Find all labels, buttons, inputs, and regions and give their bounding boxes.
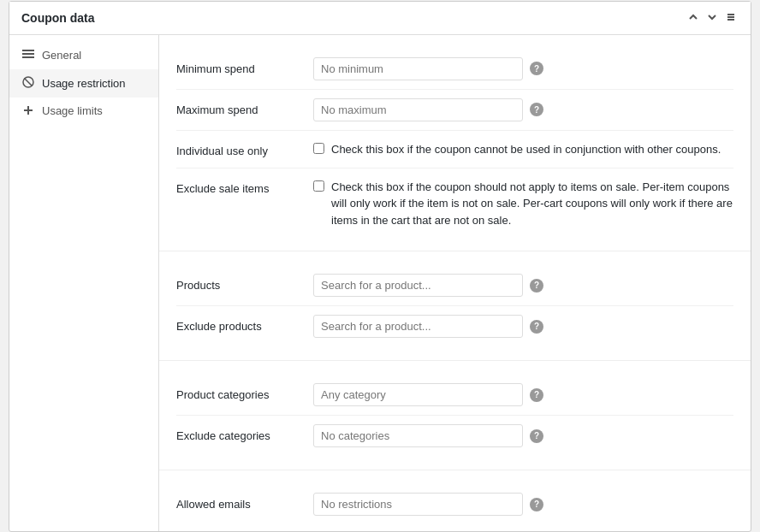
spend-section: Minimum spend ? Maximum spend ? (159, 35, 751, 252)
products-help[interactable]: ? (530, 279, 543, 293)
emails-section: Allowed emails ? (159, 470, 751, 531)
sidebar-item-usage-restriction-label: Usage restriction (42, 77, 126, 90)
minimum-spend-input[interactable] (313, 57, 523, 80)
minimum-spend-row: Minimum spend ? (176, 49, 733, 89)
individual-use-label: Individual use only (176, 139, 313, 157)
exclude-sale-checkbox-row: Check this box if the coupon should not … (313, 177, 733, 229)
sidebar-item-usage-limits-label: Usage limits (42, 104, 103, 117)
minimum-spend-help[interactable]: ? (530, 62, 543, 75)
categories-section: Product categories ? Exclude categories … (159, 361, 751, 470)
exclude-sale-row: Exclude sale items Check this box if the… (176, 168, 733, 238)
individual-use-field: Check this box if the coupon cannot be u… (313, 139, 733, 158)
product-categories-label: Product categories (176, 383, 313, 401)
maximum-spend-field: ? (313, 98, 733, 121)
sidebar: General Usage restriction (9, 35, 159, 531)
minimum-spend-field: ? (313, 57, 733, 80)
exclude-categories-field: ? (313, 424, 733, 447)
panel-controls (686, 10, 739, 26)
individual-use-checkbox[interactable] (313, 143, 324, 154)
individual-use-row: Individual use only Check this box if th… (176, 130, 733, 168)
exclude-sale-label: Exclude sale items (176, 177, 313, 195)
products-input[interactable] (313, 274, 523, 297)
allowed-emails-label: Allowed emails (176, 493, 313, 511)
svg-line-4 (25, 78, 33, 86)
sidebar-item-usage-limits[interactable]: Usage limits (9, 98, 158, 125)
allowed-emails-row: Allowed emails ? (176, 484, 733, 524)
exclude-products-row: Exclude products ? (176, 305, 733, 346)
restriction-icon (21, 76, 35, 91)
panel-title: Coupon data (21, 11, 95, 25)
sidebar-item-general[interactable]: General (9, 42, 158, 69)
svg-rect-2 (22, 56, 34, 58)
coupon-panel: Coupon data (9, 1, 751, 532)
exclude-sale-field: Check this box if the coupon should not … (313, 177, 733, 229)
panel-header: Coupon data (9, 2, 751, 35)
maximum-spend-input[interactable] (313, 98, 523, 121)
collapse-up-button[interactable] (686, 10, 701, 26)
svg-rect-1 (22, 53, 34, 55)
svg-rect-0 (22, 50, 34, 51)
product-categories-input[interactable] (313, 383, 523, 406)
exclude-categories-help[interactable]: ? (530, 429, 543, 443)
exclude-categories-input[interactable] (313, 424, 523, 447)
exclude-sale-checkbox-label: Check this box if the coupon should not … (331, 179, 733, 229)
maximum-spend-row: Maximum spend ? (176, 89, 733, 130)
products-row: Products ? (176, 265, 733, 305)
exclude-categories-label: Exclude categories (176, 424, 313, 442)
allowed-emails-field: ? (313, 493, 733, 516)
product-categories-row: Product categories ? (176, 375, 733, 415)
product-categories-help[interactable]: ? (530, 388, 543, 402)
sidebar-item-usage-restriction[interactable]: Usage restriction (9, 69, 158, 98)
general-icon (21, 49, 35, 62)
allowed-emails-help[interactable]: ? (530, 498, 543, 511)
individual-use-checkbox-row: Check this box if the coupon cannot be u… (313, 139, 721, 158)
usage-limits-icon (21, 104, 35, 118)
main-content: Minimum spend ? Maximum spend ? (159, 35, 751, 531)
sidebar-item-general-label: General (42, 49, 81, 62)
exclude-products-help[interactable]: ? (530, 320, 543, 334)
maximum-spend-label: Maximum spend (176, 98, 313, 116)
maximum-spend-help[interactable]: ? (530, 103, 543, 116)
products-field: ? (313, 274, 733, 297)
individual-use-checkbox-label: Check this box if the coupon cannot be u… (331, 141, 721, 158)
exclude-products-label: Exclude products (176, 315, 313, 333)
allowed-emails-input[interactable] (313, 493, 523, 516)
exclude-categories-row: Exclude categories ? (176, 415, 733, 456)
exclude-products-input[interactable] (313, 315, 523, 338)
expand-button[interactable] (723, 10, 739, 26)
exclude-sale-checkbox[interactable] (313, 180, 324, 192)
exclude-products-field: ? (313, 315, 733, 338)
products-section: Products ? Exclude products ? (159, 251, 751, 361)
panel-body: General Usage restriction (9, 35, 751, 531)
products-label: Products (176, 274, 313, 292)
product-categories-field: ? (313, 383, 733, 406)
collapse-down-button[interactable] (704, 10, 720, 26)
minimum-spend-label: Minimum spend (176, 57, 313, 75)
